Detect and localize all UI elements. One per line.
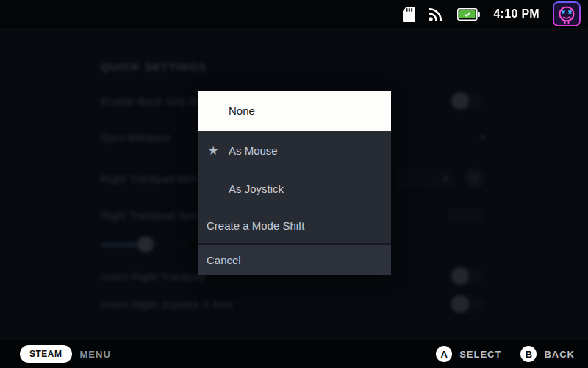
steam-button[interactable]: STEAM — [20, 345, 72, 363]
battery-full-ok-icon — [457, 8, 480, 21]
menu-item-as-joystick[interactable]: As Joystick — [198, 169, 391, 208]
a-button-icon: A — [436, 346, 452, 362]
clock-time: 4:10 PM — [493, 7, 539, 21]
menu-label: MENU — [80, 349, 111, 360]
user-avatar[interactable] — [553, 1, 581, 26]
menu-item-label: As Mouse — [229, 144, 278, 157]
sd-card-icon — [403, 7, 415, 22]
menu-item-label: None — [229, 105, 255, 117]
status-bar: 4:10 PM — [0, 0, 588, 28]
bottom-bar: STEAM MENU A SELECT B BACK — [0, 340, 588, 368]
menu-item-create-mode-shift[interactable]: Create a Mode Shift — [198, 208, 391, 243]
menu-item-label: Create a Mode Shift — [207, 219, 304, 232]
steam-deck-screen: 4:10 PM QUICK SETTINGS Ena — [0, 0, 588, 368]
b-button-icon: B — [520, 346, 537, 362]
back-label: BACK — [544, 349, 575, 360]
trackpad-behavior-menu: None ★ As Mouse As Joystick Create a Mod… — [198, 91, 391, 275]
back-hint[interactable]: B BACK — [520, 346, 575, 362]
menu-item-as-mouse[interactable]: ★ As Mouse — [198, 131, 391, 169]
menu-item-label: As Joystick — [229, 183, 284, 195]
menu-item-none[interactable]: None — [198, 91, 391, 131]
select-hint[interactable]: A SELECT — [436, 346, 501, 362]
select-label: SELECT — [459, 349, 501, 360]
menu-item-label: Cancel — [207, 254, 241, 266]
steam-menu-hint[interactable]: STEAM MENU — [20, 345, 111, 363]
menu-item-cancel[interactable]: Cancel — [198, 245, 391, 275]
star-icon: ★ — [208, 144, 229, 158]
network-signal-icon — [429, 7, 444, 21]
